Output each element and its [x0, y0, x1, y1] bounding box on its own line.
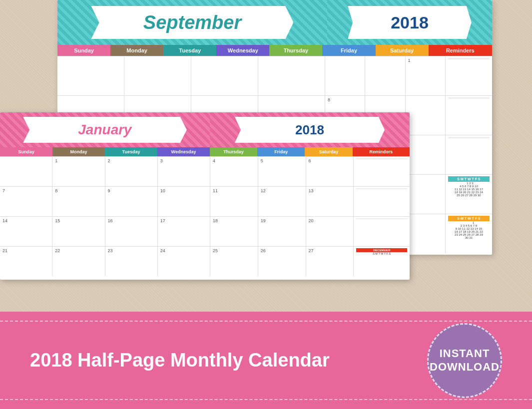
cell: 22 — [52, 247, 105, 276]
cell: 17 — [158, 217, 210, 246]
cell — [406, 96, 446, 135]
cell: 20 — [306, 217, 354, 246]
cell — [406, 214, 446, 253]
front-monday-header: Monday — [52, 147, 105, 156]
front-sunday-header: Sunday — [0, 147, 52, 156]
cell — [191, 56, 258, 95]
back-row-1 — [57, 56, 325, 95]
back-monday-header: Monday — [110, 45, 163, 56]
front-grid-layout: 1 2 3 7 8 9 10 14 15 16 17 21 22 23 24 — [0, 156, 410, 276]
month-ribbon: September — [91, 6, 294, 39]
cell: 7 — [0, 187, 52, 216]
cell: 12 — [258, 187, 306, 216]
cell: 8 — [52, 187, 105, 216]
mini-cal-days-2: 12 3 4 5 6 7 89 10 11 12 13 14 1516 17 1… — [448, 221, 490, 239]
cell: 9 — [105, 187, 158, 216]
front-right-grid: 4 5 6 11 12 13 18 19 20 — [210, 156, 410, 276]
cell: 15 — [52, 217, 105, 246]
front-month-ribbon: January — [23, 117, 187, 143]
cell-mini-cal-2: S M T W T F S 12 3 4 5 6 7 89 10 11 12 1… — [446, 214, 492, 253]
front-reminders-header: Reminders — [353, 147, 410, 156]
cell: 23 — [105, 247, 158, 276]
cell: 4 — [210, 157, 258, 186]
cell-reminder — [354, 187, 410, 216]
cell: 26 — [258, 247, 306, 276]
banner-dashed-bottom — [0, 399, 532, 400]
front-right-row-2: 11 12 13 — [210, 186, 410, 216]
front-friday-header: Friday — [257, 147, 305, 156]
back-saturday-header: Saturday — [376, 45, 429, 56]
front-year-ribbon: 2018 — [235, 117, 385, 143]
back-thursday-header: Thursday — [269, 45, 322, 56]
year-ribbon: 2018 — [348, 6, 472, 39]
mini-cal-days: 1 2 34 5 6 7 8 9 1011 12 13 14 15 16 171… — [448, 182, 490, 197]
cell-reminder: DECEMBER S M T W T F S — [354, 247, 410, 276]
cell: 24 — [158, 247, 210, 276]
cell — [124, 56, 191, 95]
cell-mini-cal: S M T W T F S 1 2 34 5 6 7 8 9 1011 12 1… — [446, 175, 492, 214]
back-year-section: 2018 — [327, 0, 492, 45]
cell: 1 — [52, 157, 105, 186]
front-saturday-header: Saturday — [305, 147, 352, 156]
front-row-1: 1 2 3 — [0, 156, 210, 186]
front-right-row-3: 18 19 20 — [210, 216, 410, 246]
cell: 10 — [158, 187, 210, 216]
front-left-days: Sunday Monday Tuesday Wednesday — [0, 147, 210, 156]
banner-title: 2018 Half-Page Monthly Calendar — [30, 350, 330, 371]
front-row-2: 7 8 9 10 — [0, 186, 210, 216]
front-month-title: January — [78, 122, 131, 138]
front-row-4: 21 22 23 24 — [0, 246, 210, 276]
back-sunday-header: Sunday — [57, 45, 110, 56]
cell: 1 — [406, 56, 446, 95]
front-right-row-4: 25 26 27 DECEMBER S M T W T F S — [210, 246, 410, 276]
back-friday-header: Friday — [322, 45, 375, 56]
cell: 2 — [105, 157, 158, 186]
cell: 27 — [306, 247, 354, 276]
back-header: September 2018 — [57, 0, 492, 45]
cell — [0, 157, 52, 186]
front-row-3: 14 15 16 17 — [0, 216, 210, 246]
front-right-days: Thursday Friday Saturday Reminders — [210, 147, 410, 156]
front-year-title: 2018 — [295, 122, 324, 138]
badge-text-line1: INSTANTDOWNLOAD — [430, 347, 500, 374]
back-day-headers: Sunday Monday Tuesday Wednesday Thursday… — [57, 45, 492, 56]
front-left-grid: 1 2 3 7 8 9 10 14 15 16 17 21 22 23 24 — [0, 156, 210, 276]
cell-reminder — [354, 217, 410, 246]
cell — [57, 56, 124, 95]
cell: 3 — [158, 157, 210, 186]
cell: 11 — [210, 187, 258, 216]
front-right-row-1: 4 5 6 — [210, 156, 410, 186]
cell: 16 — [105, 217, 158, 246]
cell-reminder — [446, 135, 492, 174]
cell-reminder — [354, 157, 410, 186]
cell: 6 — [306, 157, 354, 186]
cell — [258, 56, 325, 95]
front-wednesday-header: Wednesday — [157, 147, 210, 156]
mini-cal-label-2: S M T W T F S — [448, 216, 490, 221]
cell: 18 — [210, 217, 258, 246]
front-calendar-page: January 2018 Sunday Monday Tuesday Wedne… — [0, 112, 410, 280]
front-header: January 2018 — [0, 112, 410, 147]
banner-dashed-top — [0, 321, 532, 322]
back-month-title: September — [143, 12, 241, 33]
back-tuesday-header: Tuesday — [163, 45, 216, 56]
cell: 13 — [306, 187, 354, 216]
back-wednesday-header: Wednesday — [216, 45, 269, 56]
mini-cal-label: S M T W T F S — [448, 176, 490, 182]
mini-dec-days: S M T W T F S — [356, 252, 407, 255]
cell — [406, 175, 446, 214]
cell — [365, 56, 405, 95]
back-month-section: September — [57, 0, 327, 45]
cell: 25 — [210, 247, 258, 276]
cell: 21 — [0, 247, 52, 276]
cell: 5 — [258, 157, 306, 186]
back-right-row-1: 1 — [325, 56, 492, 95]
front-month-section: January — [0, 112, 210, 147]
cell: 19 — [258, 217, 306, 246]
cell — [406, 135, 446, 174]
instant-download-badge[interactable]: INSTANTDOWNLOAD — [427, 323, 502, 398]
bottom-banner: 2018 Half-Page Monthly Calendar INSTANTD… — [0, 312, 532, 409]
back-year-title: 2018 — [391, 13, 429, 32]
back-reminders-header: Reminders — [429, 45, 492, 56]
mini-dec-label: DECEMBER — [356, 248, 407, 252]
